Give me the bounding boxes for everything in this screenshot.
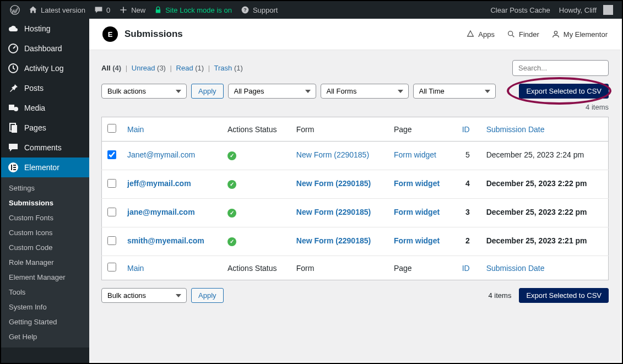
svg-rect-11 xyxy=(13,165,16,166)
row-date: December 25, 2023 2:22 pm xyxy=(481,199,609,227)
sidebar-item-hosting[interactable]: Hosting xyxy=(1,19,89,39)
submenu-submissions[interactable]: Submissions xyxy=(1,195,89,210)
sidebar-item-dashboard[interactable]: Dashboard xyxy=(1,39,89,58)
site-lock[interactable]: Site Lock mode is on xyxy=(150,1,236,19)
form-link[interactable]: New Form (2290185) xyxy=(296,236,371,245)
bulk-actions-select[interactable]: Bulk actions xyxy=(101,84,187,99)
home-icon xyxy=(29,6,37,14)
row-checkbox[interactable] xyxy=(107,150,116,159)
export-csv-button[interactable]: Export Selected to CSV xyxy=(519,84,609,99)
media-icon xyxy=(8,102,19,113)
table-row: jeff@mymail.comNew Form (2290185)Form wi… xyxy=(102,170,609,199)
sidebar-item-posts[interactable]: Posts xyxy=(1,78,89,98)
row-checkbox[interactable] xyxy=(107,179,116,188)
view-trash[interactable]: Trash (1) xyxy=(214,64,243,72)
bulk-actions-select-bottom[interactable]: Bulk actions xyxy=(101,288,187,303)
form-link[interactable]: New Form (2290185) xyxy=(296,150,369,159)
submenu-role-manager[interactable]: Role Manager xyxy=(1,255,89,270)
row-checkbox[interactable] xyxy=(107,208,116,216)
apply-button[interactable]: Apply xyxy=(191,84,224,99)
form-link[interactable]: New Form (2290185) xyxy=(296,179,371,188)
row-id: 3 xyxy=(453,199,481,227)
submenu-system-info[interactable]: System Info xyxy=(1,300,89,314)
status-success-icon xyxy=(227,209,236,218)
submenu-custom-code[interactable]: Custom Code xyxy=(1,240,89,255)
submenu-getting-started[interactable]: Getting Started xyxy=(1,314,89,329)
pages-filter[interactable]: All Pages xyxy=(228,84,316,99)
my-elementor-link[interactable]: My Elementor xyxy=(551,30,608,39)
comments-link[interactable]: 0 xyxy=(90,1,115,19)
sidebar-item-pages[interactable]: Pages xyxy=(1,118,89,138)
time-filter[interactable]: All Time xyxy=(413,84,496,99)
sidebar-item-media[interactable]: Media xyxy=(1,98,89,118)
table-row: smith@myemail.comNew Form (2290185)Form … xyxy=(102,227,609,256)
svg-line-16 xyxy=(512,35,514,37)
plus-icon xyxy=(119,6,128,14)
page-link[interactable]: Form widget xyxy=(394,208,440,216)
gauge-icon xyxy=(8,43,19,54)
comment-icon xyxy=(8,142,19,153)
cloud-icon xyxy=(8,23,19,34)
view-unread[interactable]: Unread (3) xyxy=(132,64,166,72)
col-main[interactable]: Main xyxy=(122,117,222,142)
pages-icon xyxy=(8,122,19,133)
submenu-settings[interactable]: Settings xyxy=(1,181,89,195)
col-id[interactable]: ID xyxy=(453,117,481,142)
items-count-bottom: 4 items xyxy=(489,291,512,300)
form-link[interactable]: New Form (2290185) xyxy=(296,208,371,216)
view-all[interactable]: All (4) xyxy=(101,64,121,72)
apply-button-bottom[interactable]: Apply xyxy=(191,288,224,303)
my-account[interactable]: Howdy, Cliff xyxy=(555,1,617,19)
apps-link[interactable]: Apps xyxy=(466,30,495,39)
col-date[interactable]: Submission Date xyxy=(481,117,609,142)
support-link[interactable]: ?Support xyxy=(236,1,283,19)
submission-main-link[interactable]: Janet@mymail.com xyxy=(127,150,195,159)
svg-point-15 xyxy=(508,31,513,36)
submenu-custom-icons[interactable]: Custom Icons xyxy=(1,225,89,240)
lock-icon xyxy=(154,6,162,14)
clear-cache[interactable]: Clear Posts Cache xyxy=(486,1,554,19)
submission-main-link[interactable]: jane@mymail.com xyxy=(127,208,195,216)
row-checkbox[interactable] xyxy=(107,236,116,245)
status-success-icon xyxy=(227,151,236,160)
elementor-logo-icon: E xyxy=(102,26,118,42)
col-main-foot[interactable]: Main xyxy=(122,256,222,280)
export-csv-button-bottom[interactable]: Export Selected to CSV xyxy=(519,288,609,303)
svg-marker-14 xyxy=(468,31,474,36)
page-link[interactable]: Form widget xyxy=(394,179,440,188)
finder-link[interactable]: Finder xyxy=(507,30,539,39)
forms-filter[interactable]: All Forms xyxy=(321,84,409,99)
sidebar-item-comments[interactable]: Comments xyxy=(1,138,89,157)
submenu-tools[interactable]: Tools xyxy=(1,285,89,300)
pin-icon xyxy=(8,83,19,94)
sidebar-item-activity-log[interactable]: Activity Log xyxy=(1,58,89,78)
submenu-element-manager[interactable]: Element Manager xyxy=(1,270,89,285)
elementor-submenu: SettingsSubmissionsCustom FontsCustom Ic… xyxy=(1,177,89,347)
sidebar-item-elementor[interactable]: Elementor xyxy=(1,157,89,177)
submenu-get-help[interactable]: Get Help xyxy=(1,329,89,344)
site-name[interactable]: Latest version xyxy=(24,1,90,19)
search-icon xyxy=(507,30,516,39)
select-all-checkbox[interactable] xyxy=(107,124,116,133)
submission-main-link[interactable]: smith@myemail.com xyxy=(127,236,204,245)
page-link[interactable]: Form widget xyxy=(394,236,440,245)
admin-sidebar: HostingDashboardActivity LogPostsMediaPa… xyxy=(1,19,89,363)
view-read[interactable]: Read (1) xyxy=(176,64,204,72)
table-row: jane@mymail.comNew Form (2290185)Form wi… xyxy=(102,199,609,227)
search-input[interactable] xyxy=(512,60,609,76)
col-page: Page xyxy=(388,117,453,142)
row-date: December 25, 2023 2:22 pm xyxy=(481,170,609,199)
page-link[interactable]: Form widget xyxy=(394,150,436,159)
submission-main-link[interactable]: jeff@mymail.com xyxy=(127,179,191,188)
wp-logo[interactable] xyxy=(6,1,24,19)
submenu-custom-fonts[interactable]: Custom Fonts xyxy=(1,210,89,225)
svg-text:?: ? xyxy=(243,7,246,13)
new-content[interactable]: New xyxy=(115,1,150,19)
elementor-icon xyxy=(8,162,19,173)
apps-icon xyxy=(466,30,475,39)
clock-icon xyxy=(8,63,19,74)
table-row: Janet@mymail.comNew Form (2290185)Form w… xyxy=(102,142,609,170)
select-all-checkbox-bottom[interactable] xyxy=(107,263,116,271)
submissions-table: Main Actions Status Form Page ID Submiss… xyxy=(101,117,609,280)
help-icon: ? xyxy=(241,6,250,14)
